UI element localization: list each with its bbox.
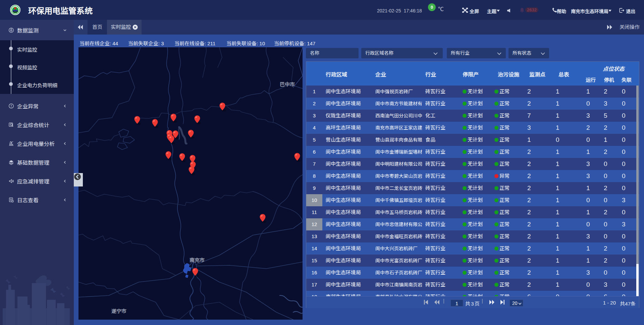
svg-text:遂宁市: 遂宁市 xyxy=(111,308,126,314)
svg-text:南充市: 南充市 xyxy=(190,257,205,263)
svg-text:巴中市: 巴中市 xyxy=(280,82,295,87)
